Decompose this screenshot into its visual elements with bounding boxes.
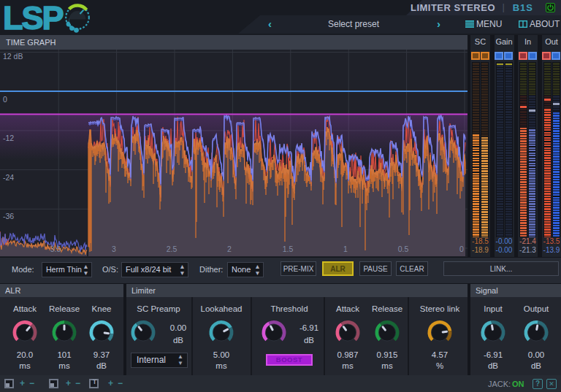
spinner-down-icon[interactable]: ▼ bbox=[82, 270, 90, 277]
sc-source-spinner-icon[interactable]: ▲▼ bbox=[177, 353, 184, 367]
mode-combo[interactable]: Herm Thin ▲▼ bbox=[42, 262, 92, 277]
graph-x-label: 1 bbox=[343, 245, 348, 253]
meter-button-out-0[interactable] bbox=[542, 52, 551, 60]
clear-button[interactable]: CLEAR bbox=[396, 261, 428, 276]
alr-knee-knob[interactable] bbox=[87, 318, 116, 347]
meter-group-sc: SC-18.5-18.9 bbox=[470, 35, 490, 257]
meter-column-out-0 bbox=[543, 62, 552, 237]
jack-label: JACK: bbox=[488, 380, 511, 388]
graph-x-label: 0.5 bbox=[398, 245, 409, 253]
os-label: O/S: bbox=[102, 265, 118, 274]
spinner-up-icon[interactable]: ▲ bbox=[177, 353, 184, 360]
link-button[interactable]: LINK... bbox=[443, 261, 559, 276]
spinner-down-icon[interactable]: ▼ bbox=[177, 360, 184, 366]
toolbar: Mode: Herm Thin ▲▼ O/S: Full x8/24 bit ▲… bbox=[0, 257, 561, 284]
graph-zoom-out-button[interactable]: − bbox=[29, 378, 34, 388]
graph2-zoom-in-button[interactable]: + bbox=[66, 378, 71, 388]
preset-prev-icon[interactable]: ‹ bbox=[268, 18, 272, 30]
preset-label[interactable]: Select preset bbox=[283, 19, 424, 29]
lookahead-knob[interactable] bbox=[207, 318, 236, 347]
lookahead-value-number: 5.00 bbox=[185, 350, 258, 361]
graph-y-label: -12 bbox=[3, 134, 14, 142]
meters-panel: SC-18.5-18.9Gain-0.00-0.00In-21.4-21.3Ou… bbox=[468, 35, 561, 257]
power-icon[interactable] bbox=[546, 3, 555, 12]
boost-button[interactable]: BOOST bbox=[266, 354, 313, 366]
alr-button[interactable]: ALR bbox=[322, 261, 354, 276]
limiter-release-knob[interactable] bbox=[373, 318, 402, 347]
dither-combo-spinner-icon[interactable]: ▲▼ bbox=[253, 264, 262, 277]
threshold-value: -6.91dB bbox=[289, 322, 329, 347]
spinner-down-icon[interactable]: ▼ bbox=[253, 270, 262, 277]
graph-x-label: 2 bbox=[227, 245, 232, 253]
meter-button-gain-1[interactable] bbox=[504, 52, 513, 60]
about-button[interactable]: ABOUT bbox=[519, 19, 560, 29]
meter-button-in-0[interactable] bbox=[519, 52, 527, 60]
alr-release-knob[interactable] bbox=[50, 318, 79, 347]
meter-value-sc-1: -18.9 bbox=[468, 246, 492, 254]
meter-button-sc-1[interactable] bbox=[481, 52, 489, 60]
preset-next-icon[interactable]: › bbox=[437, 18, 440, 30]
meter-group-gain: Gain-0.00-0.00 bbox=[495, 35, 514, 257]
lookahead-value-unit: ms bbox=[185, 361, 258, 372]
meter-button-out-1[interactable] bbox=[552, 52, 560, 60]
meter-peak-marker bbox=[520, 106, 527, 108]
alr-knee-value-unit: dB bbox=[65, 361, 138, 372]
meter-peak-marker bbox=[505, 64, 512, 66]
meter-value-in-1: -21.3 bbox=[516, 246, 540, 254]
threshold-knob[interactable] bbox=[259, 318, 289, 347]
resize-icon[interactable]: ✕ bbox=[546, 379, 557, 389]
meter-button-in-1[interactable] bbox=[528, 52, 537, 60]
about-label: ABOUT bbox=[530, 19, 560, 29]
graph-y-label: -36 bbox=[3, 212, 14, 220]
meter-peak-marker bbox=[553, 103, 560, 105]
help-icon[interactable]: ? bbox=[533, 379, 543, 389]
meter-zone bbox=[520, 95, 527, 127]
meter-title-in: In bbox=[518, 37, 538, 46]
meter-button-gain-0[interactable] bbox=[495, 52, 503, 60]
signal-output-knob[interactable] bbox=[522, 318, 551, 347]
os-combo-spinner-icon[interactable]: ▲▼ bbox=[178, 264, 186, 277]
limiter-attack-knob[interactable] bbox=[333, 318, 362, 347]
dither-value: None bbox=[232, 265, 251, 274]
graph2-zoom-out-button[interactable]: − bbox=[75, 378, 80, 388]
meter-value-out-1: -13.9 bbox=[540, 246, 561, 254]
build-badge: B1S bbox=[513, 2, 533, 13]
premix-button[interactable]: PRE-MIX bbox=[280, 261, 316, 276]
alr-knee-value: 9.37dB bbox=[65, 350, 138, 372]
pause-button[interactable]: PAUSE bbox=[359, 261, 392, 276]
meter-column-in-0 bbox=[519, 62, 527, 237]
zoom-icon-glyph bbox=[6, 383, 9, 387]
dither-combo[interactable]: None ▲▼ bbox=[227, 262, 264, 277]
os-combo[interactable]: Full x8/24 bit ▲▼ bbox=[121, 262, 188, 277]
stereo-link-knob[interactable] bbox=[425, 318, 454, 347]
spinner-down-icon[interactable]: ▼ bbox=[178, 270, 186, 277]
mode-combo-spinner-icon[interactable]: ▲▼ bbox=[82, 264, 90, 277]
text-zoom-in-button[interactable]: + bbox=[108, 378, 113, 388]
signal-output-label: Output bbox=[500, 304, 561, 313]
graph-zoom-icon bbox=[49, 379, 58, 388]
meter-value-in-0: -21.4 bbox=[516, 237, 540, 245]
alr-group-title: ALR bbox=[0, 284, 123, 297]
graph-y-label: -24 bbox=[3, 173, 14, 182]
meter-column-in-1 bbox=[528, 62, 536, 237]
text-zoom-out-button[interactable]: − bbox=[118, 378, 123, 388]
sc-preamp-value: 0.00dB bbox=[158, 322, 199, 347]
graph-x-label: 0 bbox=[459, 245, 464, 253]
meter-group-out: Out-13.5-13.9 bbox=[542, 35, 561, 257]
sc-source-combo[interactable]: Internal ▲▼ bbox=[131, 353, 188, 368]
meter-value-sc-0: -18.5 bbox=[468, 237, 492, 245]
sc-preamp-knob[interactable] bbox=[129, 318, 158, 347]
lookahead-value: 5.00ms bbox=[185, 350, 258, 372]
logo-text-glyph: LSP bbox=[4, 1, 64, 34]
graph-x-label: 3 bbox=[112, 245, 116, 253]
alr-attack-knob[interactable] bbox=[10, 318, 39, 347]
signal-input-knob[interactable] bbox=[478, 318, 508, 347]
signal-output-value-unit: dB bbox=[500, 361, 561, 372]
meter-zone bbox=[473, 134, 479, 237]
graph-zoom-in-button[interactable]: + bbox=[20, 378, 25, 388]
time-graph-plot[interactable]: 12 dB0-12-24-363.532.521.510.50 bbox=[0, 50, 468, 257]
meter-value-out-0: -13.5 bbox=[540, 237, 561, 245]
meter-zone bbox=[497, 62, 503, 237]
meter-button-sc-0[interactable] bbox=[471, 52, 480, 60]
menu-button[interactable]: MENU bbox=[465, 19, 502, 29]
